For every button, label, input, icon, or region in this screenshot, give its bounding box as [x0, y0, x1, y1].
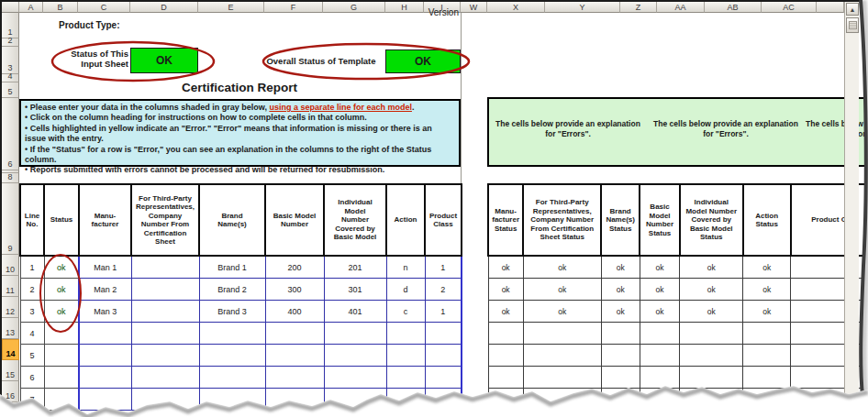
column-header-AB[interactable]: AB [705, 2, 762, 13]
cell-basic-model[interactable]: 300 [265, 279, 324, 301]
cell-brand[interactable]: Brand 1 [199, 256, 265, 279]
header-status[interactable]: Status [44, 184, 79, 256]
cell-brand-status[interactable]: ok [601, 279, 640, 301]
cell-empty[interactable] [131, 323, 199, 345]
cell-product-class[interactable]: 1 [425, 301, 462, 323]
row-header-5[interactable]: 5 [2, 82, 19, 98]
column-header-Y[interactable]: Y [545, 2, 620, 13]
scroll-up-button[interactable]: ▲ [846, 3, 859, 16]
instruction-link[interactable]: using a separate line for each model [269, 103, 412, 112]
cell-empty[interactable] [601, 323, 640, 345]
cell-individual-model-status[interactable]: ok [680, 256, 743, 279]
row-header-15[interactable]: 15 [2, 360, 19, 381]
cell-empty[interactable] [640, 367, 680, 389]
cell-action[interactable]: c [386, 301, 425, 323]
cell-empty[interactable] [79, 367, 131, 389]
cell-company-number[interactable] [131, 279, 199, 301]
cell-empty[interactable] [199, 389, 265, 411]
cell-empty[interactable] [324, 345, 386, 367]
row-header-11[interactable]: 11 [2, 276, 19, 297]
cell-individual-model[interactable]: 201 [324, 256, 386, 279]
cell-individual-model[interactable]: 301 [324, 279, 386, 301]
cell-individual-model-status[interactable]: ok [680, 279, 743, 301]
cell-empty[interactable] [601, 389, 640, 411]
cell-basic-model[interactable]: 200 [265, 256, 324, 279]
cell-status[interactable]: ok [44, 279, 79, 301]
cell-company-number-status[interactable]: ok [523, 279, 601, 301]
cell-basic-model-status[interactable]: ok [640, 301, 680, 323]
cell-empty[interactable] [79, 323, 131, 345]
cell-basic-model-status[interactable]: ok [640, 256, 680, 279]
cell-company-number-status[interactable]: ok [523, 301, 601, 323]
cell-manufacturer[interactable]: Man 2 [79, 279, 131, 301]
cell-empty[interactable] [601, 367, 640, 389]
scrollbar-thumb[interactable] [846, 17, 859, 33]
cell-empty[interactable] [425, 345, 462, 367]
cell-empty[interactable] [386, 367, 425, 389]
cell-empty[interactable] [425, 389, 462, 411]
cell-line-no[interactable]: 6 [20, 367, 44, 389]
cell-action-status[interactable]: ok [743, 301, 791, 323]
cell-empty[interactable] [601, 345, 640, 367]
cell-line-no[interactable]: 4 [20, 323, 44, 345]
column-header-partial[interactable] [817, 2, 844, 13]
cell-status[interactable] [44, 367, 79, 389]
cell-action[interactable]: n [386, 256, 425, 279]
cell-manufacturer-status[interactable]: ok [488, 256, 523, 279]
row-header-2[interactable]: 2 [2, 38, 19, 47]
cell-manufacturer[interactable]: Man 1 [79, 256, 131, 279]
cell-product-class[interactable]: 2 [425, 279, 462, 301]
cell-empty[interactable] [743, 345, 791, 367]
cell-action[interactable]: d [386, 279, 425, 301]
cell-empty[interactable] [199, 323, 265, 345]
row-header-9[interactable]: 9 [2, 183, 19, 255]
cell-line-no[interactable]: 2 [20, 279, 44, 301]
cell-empty[interactable] [523, 345, 601, 367]
cell-empty[interactable] [523, 323, 601, 345]
cell-company-number-status[interactable]: ok [523, 256, 601, 279]
cell-action-status[interactable]: ok [743, 256, 791, 279]
cell-action-status[interactable]: ok [743, 279, 791, 301]
row-header-16[interactable]: 16 [2, 381, 19, 402]
cell-empty[interactable] [523, 367, 601, 389]
header-manufacturer[interactable]: Manu- facturer [79, 184, 131, 256]
cell-manufacturer[interactable]: Man 3 [79, 301, 131, 323]
header-product-class[interactable]: Product Class [425, 184, 462, 256]
header-brand-names[interactable]: Brand Name(s) [199, 184, 265, 256]
cell-empty[interactable] [680, 389, 743, 411]
cell-line-no[interactable]: 1 [20, 256, 44, 279]
cell-manufacturer-status[interactable]: ok [488, 301, 523, 323]
cell-empty[interactable] [265, 323, 324, 345]
cell-basic-model[interactable]: 400 [265, 301, 324, 323]
cell-empty[interactable] [425, 323, 462, 345]
column-header-W[interactable]: W [461, 2, 487, 13]
row-header-6[interactable]: 6 [2, 98, 19, 170]
header-company-number-status[interactable]: For Third-Party Representatives, Company… [523, 184, 601, 256]
select-all-corner[interactable] [2, 2, 19, 13]
cell-status[interactable] [44, 389, 79, 411]
header-basic-model-status[interactable]: Basic Model Number Status [640, 184, 680, 256]
column-header-A[interactable]: A [19, 2, 43, 13]
cell-empty[interactable] [425, 367, 462, 389]
cell-basic-model-status[interactable]: ok [640, 279, 680, 301]
cell-empty[interactable] [324, 323, 386, 345]
row-header-12[interactable]: 12 [2, 297, 19, 318]
cell-empty[interactable] [523, 389, 601, 411]
cell-empty[interactable] [488, 367, 523, 389]
column-header-Z[interactable]: Z [620, 2, 657, 13]
cell-status[interactable] [44, 345, 79, 367]
row-header-3[interactable]: 3 [2, 47, 19, 74]
column-header-AA[interactable]: AA [657, 2, 705, 13]
cell-empty[interactable] [265, 367, 324, 389]
header-individual-model-status[interactable]: Individual Model Number Covered by Basic… [680, 184, 743, 256]
cell-status[interactable] [44, 323, 79, 345]
row-header-1[interactable]: 1 [2, 13, 19, 38]
cell-empty[interactable] [79, 345, 131, 367]
cell-empty[interactable] [680, 367, 743, 389]
column-header-B[interactable]: B [43, 2, 78, 13]
column-header-E[interactable]: E [198, 2, 264, 13]
cell-company-number[interactable] [131, 256, 199, 279]
input-sheet-status-value[interactable]: OK [130, 48, 198, 73]
vertical-scrollbar[interactable]: ▲ [844, 2, 859, 403]
row-header-10[interactable]: 10 [2, 255, 19, 276]
